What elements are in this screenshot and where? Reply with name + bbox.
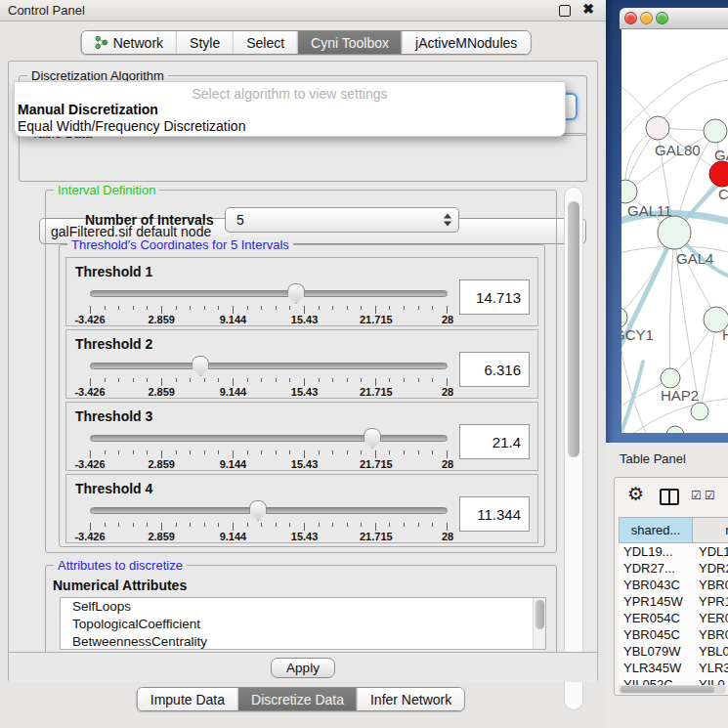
threshold-slider[interactable]: -3.4262.8599.14415.4321.71528 [90, 356, 448, 397]
tab-impute-data[interactable]: Impute Data [138, 688, 237, 710]
network-node-partial-top-right[interactable] [704, 119, 727, 143]
slider-track[interactable] [90, 435, 448, 442]
scale-tick-label: 15.43 [291, 531, 319, 542]
tick-mark [361, 523, 362, 527]
scale-tick-label: 21.715 [360, 314, 393, 325]
table-horizontal-scrollbar[interactable] [619, 685, 726, 694]
list-item[interactable]: BetweennessCentrality [61, 633, 545, 650]
list-item[interactable]: TopologicalCoefficient [61, 616, 545, 633]
slider-thumb[interactable] [364, 428, 381, 449]
slider-ticks [90, 450, 448, 458]
network-window-titlebar[interactable] [620, 8, 728, 29]
tick-mark [375, 450, 376, 458]
threshold-slider[interactable]: -3.4262.8599.14415.4321.71528 [90, 283, 448, 324]
column-header-name[interactable]: name [693, 517, 728, 543]
network-node-gal80[interactable] [646, 116, 669, 140]
slider-scale-labels: -3.4262.8599.14415.4321.71528 [90, 314, 448, 326]
tick-mark [204, 306, 205, 310]
tick-mark [218, 306, 219, 310]
network-node-gcy1[interactable] [621, 307, 627, 328]
network-node-bottom-partial[interactable] [666, 426, 684, 433]
network-node-bottom[interactable] [691, 403, 708, 420]
scale-tick-label: -3.426 [74, 386, 105, 398]
mac-minimize-button[interactable] [640, 12, 653, 24]
tab-cyni-toolbox[interactable]: Cyni Toolbox [297, 31, 402, 54]
number-of-intervals-select[interactable]: 5 [225, 207, 459, 233]
node-label-partial-low-right: H [722, 326, 728, 343]
table-row[interactable]: YER054C YER0 [619, 610, 728, 626]
checkbox-icon[interactable]: ☑ [705, 490, 715, 501]
table-rows: YDL19... YDL1 YDR27... YDR2 YBR043C YBR0… [619, 543, 728, 685]
dropdown-option-equal-width-frequency[interactable]: Equal Width/Frequency Discretization [15, 118, 565, 135]
tick-mark [432, 450, 433, 454]
tick-mark [276, 378, 277, 382]
cell-shared-name: YER054C [619, 611, 693, 625]
cell-shared-name: YLR345W [619, 661, 693, 675]
list-item[interactable]: SelfLoops [61, 598, 545, 616]
table-row[interactable]: YDR27... YDR2 [619, 560, 728, 577]
control-panel-titlebar[interactable]: Control Panel ✖ [0, 0, 606, 21]
table-row[interactable]: YBL079W YBL0 [619, 643, 728, 660]
network-node-selected-red[interactable] [709, 161, 728, 187]
dropdown-option-manual-discretization[interactable]: Manual Discretization [15, 102, 565, 118]
attributes-list-scrollbar[interactable] [533, 598, 545, 649]
slider-track[interactable] [90, 363, 448, 369]
slider-track[interactable] [90, 290, 448, 297]
split-columns-icon[interactable] [660, 489, 679, 505]
network-node-hap2[interactable] [661, 368, 680, 388]
scale-tick-label: 15.43 [291, 386, 319, 398]
tick-mark [389, 306, 390, 310]
scrollbar-thumb[interactable] [535, 600, 544, 629]
tick-mark [332, 450, 333, 454]
tab-jactivemnodules[interactable]: jActiveMNodules [402, 31, 530, 54]
table-row[interactable]: YDL19... YDL1 [619, 543, 728, 560]
numerical-attributes-list[interactable]: SelfLoopsTopologicalCoefficientBetweenne… [60, 597, 546, 650]
threshold-value-field[interactable]: 6.316 [459, 352, 530, 387]
threshold-value-field[interactable]: 21.4 [459, 424, 530, 459]
close-icon[interactable]: ✖ [582, 1, 594, 17]
tab-discretize-data[interactable]: Discretize Data [237, 688, 357, 710]
scale-tick-label: 9.144 [220, 531, 247, 542]
slider-track[interactable] [90, 507, 448, 514]
slider-thumb[interactable] [192, 356, 209, 376]
float-window-icon[interactable] [559, 5, 571, 17]
scale-tick-label: 2.859 [148, 386, 175, 398]
dropdown-placeholder-option[interactable]: Select algorithm to view settings [15, 82, 565, 102]
table-row[interactable]: YIL052C YIL0 [619, 676, 728, 685]
table-row[interactable]: YPR145W YPR1 [619, 593, 728, 610]
table-row[interactable]: YLR345W YLR3 [619, 660, 728, 676]
network-view-canvas[interactable]: GAL80 GA C GAL11 GAL4 GCY1 H HAP2 [621, 29, 728, 433]
scrollbar-thumb[interactable] [568, 201, 579, 457]
tick-mark [204, 450, 205, 454]
table-row[interactable]: YBR045C YBR0 [619, 626, 728, 643]
table-row[interactable]: YBR043C YBR0 [619, 577, 728, 593]
threshold-value-field[interactable]: 11.344 [459, 496, 530, 532]
cell-shared-name: YPR145W [619, 594, 693, 609]
network-node-gal4[interactable] [658, 216, 691, 249]
tab-infer-network[interactable]: Infer Network [357, 688, 464, 710]
panel-vertical-scrollbar[interactable] [564, 187, 583, 710]
tab-style[interactable]: Style [176, 31, 233, 54]
threshold-value-field[interactable]: 14.713 [459, 279, 530, 315]
tick-mark [161, 523, 162, 531]
tab-select[interactable]: Select [233, 31, 297, 54]
tick-mark [90, 450, 91, 458]
apply-button[interactable]: Apply [271, 658, 335, 678]
tab-network[interactable]: Network [82, 31, 176, 54]
slider-thumb[interactable] [249, 500, 267, 521]
threshold-slider[interactable]: -3.4262.8599.14415.4321.71528 [90, 428, 448, 469]
mac-zoom-button[interactable] [656, 12, 668, 24]
tick-mark [361, 378, 362, 382]
tick-mark [404, 378, 405, 382]
number-of-intervals-label: Number of Intervals [85, 212, 213, 228]
column-header-shared-name[interactable]: shared... [619, 517, 693, 543]
threshold-slider[interactable]: -3.4262.8599.14415.4321.71528 [90, 500, 448, 541]
node-table: shared... name YDL19... YDL1 YDR27... YD… [619, 517, 728, 685]
tick-mark [261, 450, 262, 454]
tick-mark [176, 306, 177, 310]
checkbox-icon[interactable]: ☑ [691, 490, 702, 501]
scrollbar-thumb[interactable] [621, 686, 714, 693]
slider-thumb[interactable] [287, 283, 305, 304]
gear-icon[interactable]: ⚙ [627, 485, 644, 503]
mac-close-button[interactable] [624, 12, 637, 24]
